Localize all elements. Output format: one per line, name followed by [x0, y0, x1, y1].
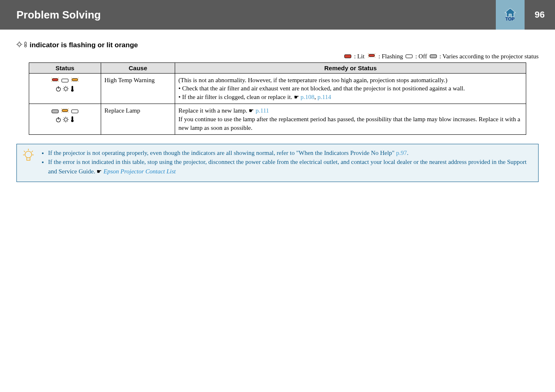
temp-icon	[70, 85, 74, 94]
section-heading-text: indicator is flashing or lit orange	[30, 41, 138, 49]
status-off-icon	[71, 107, 79, 115]
svg-rect-9	[369, 54, 375, 57]
header-right: TOP 96	[496, 0, 555, 30]
page-number: 96	[525, 9, 555, 20]
svg-marker-0	[505, 8, 516, 17]
top-nav-button[interactable]: TOP	[496, 0, 525, 30]
svg-line-25	[71, 81, 72, 82]
tip-icon	[23, 148, 35, 176]
svg-rect-21	[62, 79, 68, 82]
remedy-line: (This is not an abnormality. However, if…	[178, 76, 523, 84]
svg-rect-46	[72, 110, 78, 113]
note-bullet: If the error is not indicated in this ta…	[48, 157, 532, 176]
section-heading: indicator is flashing or lit orange	[16, 41, 539, 49]
external-link[interactable]: Epson Projector Contact List	[104, 168, 176, 175]
svg-line-37	[64, 90, 65, 91]
table-row: Replace Lamp Replace it with a new lamp.…	[29, 104, 526, 134]
svg-line-45	[67, 111, 69, 113]
svg-line-57	[64, 121, 65, 122]
header-bar: Problem Solving TOP 96	[0, 0, 555, 30]
svg-line-18	[58, 78, 59, 79]
svg-point-59	[71, 120, 74, 122]
svg-line-35	[67, 90, 68, 91]
pointer-icon: ☛	[97, 168, 104, 175]
svg-line-55	[67, 121, 68, 122]
status-off-icon	[61, 76, 69, 85]
svg-rect-15	[430, 55, 437, 58]
page-link[interactable]: p.111	[256, 107, 269, 114]
status-cell	[29, 74, 101, 104]
svg-line-17	[51, 78, 53, 79]
status-table: Status Cause Remedy or Status	[29, 62, 526, 135]
svg-point-29	[64, 87, 67, 90]
flashing-icon	[367, 53, 376, 60]
page-link[interactable]: p.97	[396, 150, 407, 156]
col-status: Status	[29, 63, 101, 74]
svg-line-54	[64, 118, 65, 118]
remedy-bullet: • If the air filter is clogged, clean or…	[178, 93, 523, 101]
cause-cell: High Temp Warning	[101, 74, 175, 104]
svg-line-56	[67, 118, 68, 118]
svg-rect-16	[52, 78, 58, 81]
svg-line-11	[374, 53, 375, 55]
page-link[interactable]: p.114	[317, 94, 331, 100]
legend-row: : Lit : Flashing : Off : Varies accordin…	[16, 49, 539, 62]
svg-point-49	[64, 118, 67, 121]
svg-point-1	[18, 43, 21, 46]
page-link[interactable]: p.108	[301, 94, 314, 100]
svg-line-23	[71, 78, 72, 79]
power-icon	[56, 116, 61, 125]
temp-icon	[70, 116, 74, 125]
table-row: High Temp Warning (This is not an abnorm…	[29, 74, 526, 104]
remedy-bullet: • Check that the air filter and air exha…	[178, 84, 523, 92]
home-icon	[504, 8, 516, 17]
remedy-line: If you continue to use the lamp after th…	[178, 115, 523, 132]
lamp-outline-icon	[16, 41, 22, 49]
off-icon	[405, 53, 413, 60]
svg-rect-8	[345, 55, 351, 58]
svg-point-60	[25, 151, 32, 158]
temp-outline-icon	[24, 41, 27, 49]
lamp-icon	[63, 85, 69, 94]
pointer-icon: ☛	[249, 108, 256, 114]
svg-line-13	[374, 56, 375, 58]
svg-line-12	[368, 56, 369, 58]
lit-label: : Lit	[354, 53, 364, 60]
lamp-icon	[63, 116, 69, 125]
svg-line-42	[61, 108, 62, 110]
svg-line-26	[77, 81, 79, 82]
svg-rect-6	[25, 42, 26, 45]
flashing-label: : Flashing	[379, 53, 403, 60]
svg-rect-22	[72, 78, 78, 81]
pointer-icon: ☛	[294, 94, 301, 100]
off-label: : Off	[415, 53, 427, 60]
status-flash-orange-icon	[70, 76, 79, 85]
svg-rect-41	[62, 109, 68, 112]
svg-line-44	[61, 111, 62, 113]
note-bullet: If the projector is not operating proper…	[48, 148, 532, 158]
power-icon	[56, 85, 61, 94]
svg-line-24	[77, 78, 79, 79]
varies-icon	[430, 53, 437, 60]
svg-rect-38	[72, 86, 73, 90]
note-box: If the projector is not operating proper…	[16, 144, 539, 182]
col-cause: Cause	[101, 63, 175, 74]
svg-line-62	[24, 151, 25, 152]
page-title: Problem Solving	[16, 9, 101, 21]
remedy-cell: Replace it with a new lamp. ☛ p.111 If y…	[175, 104, 526, 134]
svg-line-43	[67, 108, 69, 110]
status-lit-flash-orange-icon	[51, 76, 60, 85]
status-cell	[29, 104, 101, 134]
top-label: TOP	[505, 16, 514, 21]
svg-line-10	[368, 53, 369, 55]
remedy-cell: (This is not an abnormality. However, if…	[175, 74, 526, 104]
svg-line-63	[32, 151, 33, 152]
note-body: If the projector is not operating proper…	[41, 148, 532, 176]
svg-line-20	[58, 81, 59, 82]
svg-line-19	[51, 81, 53, 82]
svg-line-36	[67, 87, 68, 88]
svg-rect-14	[406, 55, 412, 58]
remedy-line: Replace it with a new lamp. ☛ p.111	[178, 106, 523, 115]
cause-cell: Replace Lamp	[101, 104, 175, 134]
svg-point-39	[71, 89, 74, 92]
